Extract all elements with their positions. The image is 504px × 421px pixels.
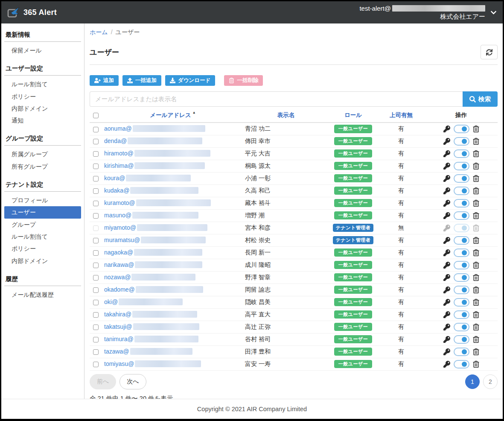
enable-toggle[interactable]	[454, 273, 469, 282]
enable-toggle[interactable]	[454, 286, 469, 294]
select-all-checkbox[interactable]	[93, 113, 99, 118]
password-key-icon[interactable]	[443, 287, 450, 293]
row-checkbox[interactable]	[93, 275, 99, 281]
breadcrumb-home-link[interactable]: ホーム	[90, 29, 108, 35]
row-email-link[interactable]: oki@	[104, 298, 118, 305]
enable-toggle[interactable]	[454, 162, 469, 170]
bulk-add-button[interactable]: 一括追加	[122, 75, 161, 86]
password-key-icon[interactable]	[443, 212, 450, 219]
enable-toggle[interactable]	[454, 310, 469, 319]
row-email-link[interactable]: narikawa@	[104, 261, 134, 268]
row-email-link[interactable]: tazawa@	[104, 348, 129, 355]
sidebar-item-profile[interactable]: プロフィール	[4, 194, 81, 206]
enable-toggle[interactable]	[454, 211, 469, 220]
password-key-icon[interactable]	[443, 200, 450, 207]
column-header-boss[interactable]: 上司有無	[378, 108, 425, 123]
delete-trash-icon[interactable]	[473, 212, 479, 219]
delete-trash-icon[interactable]	[473, 237, 479, 244]
sidebar-item-member-groups[interactable]: 所属グループ	[4, 148, 81, 160]
enable-toggle[interactable]	[454, 348, 469, 356]
sidebar-item-tenant-policy[interactable]: ポリシー	[4, 243, 81, 254]
sidebar-item-internal-domain[interactable]: 内部ドメイン	[4, 102, 81, 114]
delete-trash-icon[interactable]	[473, 287, 479, 293]
password-key-icon[interactable]	[443, 237, 450, 244]
password-key-icon[interactable]	[443, 274, 450, 281]
delete-trash-icon[interactable]	[473, 150, 479, 157]
password-key-icon[interactable]	[443, 348, 450, 355]
enable-toggle[interactable]	[454, 298, 469, 307]
password-key-icon[interactable]	[443, 311, 450, 318]
delete-trash-icon[interactable]	[473, 348, 479, 355]
delete-trash-icon[interactable]	[473, 126, 479, 132]
password-key-icon[interactable]	[443, 361, 450, 368]
row-checkbox[interactable]	[93, 127, 99, 132]
row-email-link[interactable]: kuramoto@	[104, 199, 135, 206]
column-header-email[interactable]: メールアドレス▲	[102, 108, 243, 123]
password-key-icon[interactable]	[443, 138, 450, 145]
delete-trash-icon[interactable]	[473, 299, 479, 306]
password-key-icon[interactable]	[443, 324, 450, 330]
sidebar-item-policy[interactable]: ポリシー	[4, 91, 81, 102]
sidebar-item-groups[interactable]: グループ	[4, 219, 81, 231]
delete-trash-icon[interactable]	[473, 163, 479, 170]
enable-toggle[interactable]	[454, 125, 469, 133]
add-user-button[interactable]: 追加	[90, 75, 119, 86]
sidebar-item-tenant-rule-assign[interactable]: ルール割当て	[4, 231, 81, 243]
page-button-2[interactable]: 2	[483, 374, 498, 389]
password-key-icon[interactable]	[443, 187, 450, 194]
row-email-link[interactable]: tanimura@	[104, 336, 134, 342]
password-key-icon[interactable]	[443, 299, 450, 306]
password-key-icon[interactable]	[443, 262, 450, 269]
enable-toggle[interactable]	[454, 236, 469, 245]
enable-toggle[interactable]	[454, 249, 469, 257]
row-checkbox[interactable]	[93, 139, 99, 144]
delete-trash-icon[interactable]	[473, 336, 479, 343]
sidebar-item-tenant-internal-domain[interactable]: 内部ドメイン	[4, 255, 81, 267]
row-checkbox[interactable]	[93, 151, 99, 157]
password-key-icon[interactable]	[443, 163, 450, 170]
password-key-icon[interactable]	[443, 175, 450, 182]
delete-trash-icon[interactable]	[473, 361, 479, 368]
enable-toggle[interactable]	[454, 360, 469, 368]
row-checkbox[interactable]	[93, 250, 99, 256]
row-email-link[interactable]: tomiyasu@	[104, 360, 134, 367]
delete-trash-icon[interactable]	[473, 200, 479, 207]
enable-toggle[interactable]	[454, 261, 469, 269]
row-email-link[interactable]: okadome@	[104, 286, 135, 293]
sidebar-item-mail-delivery-history[interactable]: メール配送履歴	[4, 289, 81, 301]
page-button-1[interactable]: 1	[465, 374, 480, 389]
password-key-icon[interactable]	[443, 126, 450, 132]
row-checkbox[interactable]	[93, 287, 99, 293]
search-input[interactable]	[90, 91, 463, 107]
row-email-link[interactable]: koura@	[104, 175, 125, 181]
password-key-icon[interactable]	[443, 150, 450, 157]
enable-toggle[interactable]	[454, 149, 469, 158]
delete-trash-icon[interactable]	[473, 311, 479, 318]
delete-trash-icon[interactable]	[473, 262, 479, 269]
row-checkbox[interactable]	[93, 312, 99, 318]
row-checkbox[interactable]	[93, 337, 99, 342]
row-email-link[interactable]: nozawa@	[104, 274, 131, 281]
refresh-button[interactable]	[481, 45, 498, 59]
row-email-link[interactable]: kudaka@	[104, 187, 129, 194]
row-email-link[interactable]: muramatsu@	[104, 237, 140, 243]
download-button[interactable]: ダウンロード	[165, 75, 215, 86]
sidebar-item-users[interactable]: ユーザー	[4, 206, 81, 218]
search-button[interactable]: 検索	[463, 91, 498, 107]
row-checkbox[interactable]	[93, 238, 99, 243]
row-checkbox[interactable]	[93, 176, 99, 181]
enable-toggle[interactable]	[454, 199, 469, 208]
row-email-link[interactable]: takatsuji@	[104, 323, 132, 330]
delete-trash-icon[interactable]	[473, 175, 479, 182]
delete-trash-icon[interactable]	[473, 274, 479, 281]
enable-toggle[interactable]	[454, 174, 469, 183]
column-header-role[interactable]: ロール	[329, 108, 378, 123]
row-checkbox[interactable]	[93, 325, 99, 330]
enable-toggle[interactable]	[454, 187, 469, 195]
enable-toggle[interactable]	[454, 335, 469, 344]
row-email-link[interactable]: hiramoto@	[104, 150, 134, 157]
row-checkbox[interactable]	[93, 213, 99, 219]
password-key-icon[interactable]	[443, 249, 450, 256]
row-checkbox[interactable]	[93, 201, 99, 206]
row-checkbox[interactable]	[93, 349, 99, 355]
